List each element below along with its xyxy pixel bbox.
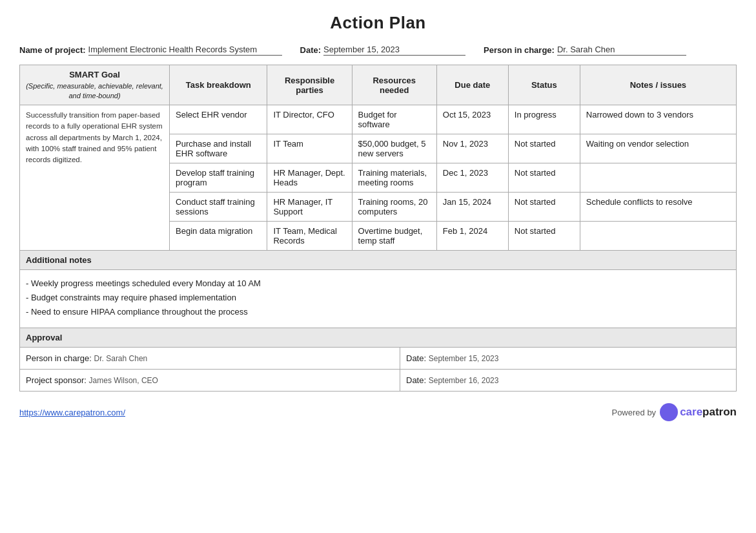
powered-by-text: Powered by <box>611 408 656 417</box>
task-cell: Develop staff training program <box>170 163 267 193</box>
table-header-row: SMART Goal (Specific, measurable, achiev… <box>20 65 737 105</box>
resources-cell: Training materials, meeting rooms <box>352 163 436 193</box>
header-due-date: Due date <box>436 65 508 105</box>
due-date-cell: Jan 15, 2024 <box>436 193 508 222</box>
task-cell: Purchase and install EHR software <box>170 134 267 163</box>
notes-line: - Need to ensure HIPAA compliance throug… <box>26 305 730 319</box>
page-title: Action Plan <box>19 13 737 33</box>
project-label: Name of project: <box>19 45 86 55</box>
due-date-cell: Oct 15, 2023 <box>436 105 508 134</box>
approval-person-date: September 15, 2023 <box>429 354 499 363</box>
approval-sponsor-date-label: Date: <box>406 375 426 385</box>
status-cell: Not started <box>508 134 580 163</box>
notes-cell: Waiting on vendor selection <box>580 134 736 163</box>
task-cell: Conduct staff training sessions <box>170 193 267 222</box>
action-plan-table: SMART Goal (Specific, measurable, achiev… <box>19 65 737 251</box>
status-cell: Not started <box>508 222 580 251</box>
notes-line: - Weekly progress meetings scheduled eve… <box>26 277 730 291</box>
carepatron-brand: carepatron <box>680 406 737 419</box>
date-label: Date: <box>300 45 322 55</box>
due-date-cell: Feb 1, 2024 <box>436 222 508 251</box>
approval-header: Approval <box>19 328 737 348</box>
approval-sponsor-cell: Project sponsor: James Wilson, CEO <box>20 370 400 391</box>
resources-cell: $50,000 budget, 5 new servers <box>352 134 436 163</box>
powered-by: Powered by carepatron <box>611 403 737 421</box>
person-label: Person in charge: <box>484 45 555 55</box>
status-cell: Not started <box>508 193 580 222</box>
footer: https://www.carepatron.com/ Powered by c… <box>19 403 737 421</box>
header-resources: Resources needed <box>352 65 436 105</box>
header-task: Task breakdown <box>170 65 267 105</box>
task-cell: Begin data migration <box>170 222 267 251</box>
responsible-cell: HR Manager, IT Support <box>267 193 352 222</box>
resources-cell: Training rooms, 20 computers <box>352 193 436 222</box>
status-cell: Not started <box>508 163 580 193</box>
approval-person-label: Person in charge: <box>26 353 92 363</box>
approval-sponsor-name: James Wilson, CEO <box>89 376 158 385</box>
additional-notes-body: - Weekly progress meetings scheduled eve… <box>19 270 737 328</box>
smart-goal-desc-cell: Successfully transition from paper-based… <box>20 105 170 251</box>
header-notes: Notes / issues <box>580 65 736 105</box>
project-value: Implement Electronic Health Records Syst… <box>88 45 282 56</box>
header-status: Status <box>508 65 580 105</box>
resources-cell: Overtime budget, temp staff <box>352 222 436 251</box>
table-row: Successfully transition from paper-based… <box>20 105 737 134</box>
due-date-cell: Dec 1, 2023 <box>436 163 508 193</box>
responsible-cell: IT Team, Medical Records <box>267 222 352 251</box>
header-smart-goal: SMART Goal (Specific, measurable, achiev… <box>20 65 170 105</box>
header-responsible: Responsible parties <box>267 65 352 105</box>
carepatron-icon <box>660 403 678 421</box>
carepatron-logo: carepatron <box>660 403 737 421</box>
approval-person-cell: Person in charge: Dr. Sarah Chen <box>20 348 400 369</box>
approval-person-date-cell: Date: September 15, 2023 <box>400 348 736 369</box>
resources-cell: Budget for software <box>352 105 436 134</box>
task-cell: Select EHR vendor <box>170 105 267 134</box>
notes-cell: Schedule conflicts to resolve <box>580 193 736 222</box>
approval-sponsor-label: Project sponsor: <box>26 375 87 385</box>
responsible-cell: IT Team <box>267 134 352 163</box>
approval-person-name: Dr. Sarah Chen <box>94 354 148 363</box>
responsible-cell: HR Manager, Dept. Heads <box>267 163 352 193</box>
meta-row: Name of project: Implement Electronic He… <box>19 45 737 56</box>
person-value: Dr. Sarah Chen <box>557 45 686 56</box>
footer-link[interactable]: https://www.carepatron.com/ <box>19 408 125 417</box>
notes-cell <box>580 222 736 251</box>
notes-cell <box>580 163 736 193</box>
approval-sponsor-date-cell: Date: September 16, 2023 <box>400 370 736 391</box>
approval-person-date-label: Date: <box>406 353 426 363</box>
due-date-cell: Nov 1, 2023 <box>436 134 508 163</box>
additional-notes-header: Additional notes <box>19 251 737 270</box>
responsible-cell: IT Director, CFO <box>267 105 352 134</box>
notes-cell: Narrowed down to 3 vendors <box>580 105 736 134</box>
date-value: September 15, 2023 <box>323 45 465 56</box>
approval-person-row: Person in charge: Dr. Sarah Chen Date: S… <box>19 348 737 370</box>
status-cell: In progress <box>508 105 580 134</box>
approval-sponsor-row: Project sponsor: James Wilson, CEO Date:… <box>19 370 737 392</box>
notes-line: - Budget constraints may require phased … <box>26 291 730 305</box>
approval-sponsor-date: September 16, 2023 <box>429 376 499 385</box>
